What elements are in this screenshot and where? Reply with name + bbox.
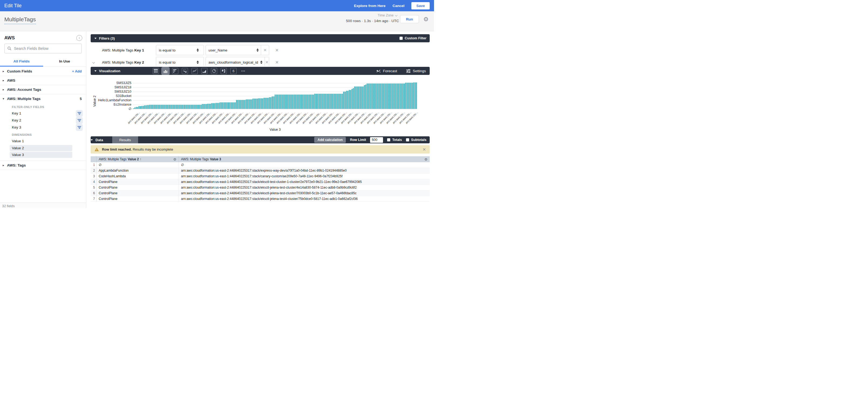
bar[interactable] [310,95,311,109]
search-input[interactable] [14,46,73,50]
bar[interactable] [350,90,351,109]
bar[interactable] [325,94,327,109]
bar[interactable] [298,95,299,109]
bar[interactable] [321,94,322,109]
bar[interactable] [226,102,227,109]
bar[interactable] [177,105,178,109]
bar[interactable] [378,83,379,109]
bar[interactable] [224,102,225,109]
bar[interactable] [189,105,190,109]
bar[interactable] [299,95,300,109]
bar[interactable] [233,102,235,109]
bar[interactable] [232,102,233,109]
bar[interactable] [266,98,267,109]
sidebar-section-row[interactable]: ▸AWS: Tags [0,161,86,170]
cell-value3[interactable]: arn:aws:cloudformation:us-east-1:4486402… [179,174,430,178]
bar[interactable] [302,95,303,109]
bar[interactable] [176,105,177,109]
cell-value2[interactable]: CodeHashLambda [97,174,179,179]
table-row[interactable]: 4ControlPlanearn:aws:cloudformation:us-e… [91,179,430,185]
cell-value2[interactable]: ControlPlane [97,196,179,202]
bar[interactable] [416,82,417,109]
bar[interactable] [236,100,237,109]
bar[interactable] [393,83,394,109]
bar[interactable] [220,102,221,109]
bar[interactable] [318,94,320,109]
bar[interactable] [265,98,266,109]
bar[interactable] [178,105,179,109]
totals-toggle[interactable]: Totals [387,138,402,142]
bar[interactable] [240,100,241,109]
bar[interactable] [262,98,263,109]
bar[interactable] [314,94,315,109]
bar[interactable] [390,83,391,109]
bar[interactable] [217,103,218,109]
bar[interactable] [162,105,163,109]
cell-value2[interactable]: ∅ [97,162,179,168]
bar[interactable] [275,95,276,109]
bar[interactable] [316,94,317,109]
custom-filter-checkbox[interactable] [400,37,403,40]
bar[interactable] [343,92,344,109]
bar[interactable] [322,94,324,109]
bar[interactable] [355,86,356,109]
bar[interactable] [406,83,408,109]
bar[interactable] [184,105,185,109]
bar[interactable] [410,83,412,109]
cell-value2[interactable]: ControlPlane [97,179,179,184]
bar[interactable] [172,105,173,109]
bar[interactable] [181,105,182,109]
bar[interactable] [250,99,251,109]
column-gear-icon[interactable]: ⚙ [173,158,177,161]
bar[interactable] [243,100,244,109]
bar[interactable] [281,95,282,109]
bar[interactable] [140,106,141,109]
bar[interactable] [136,107,137,109]
bar[interactable] [188,105,189,109]
field-item-key-3[interactable]: Key 3 [10,124,82,131]
bar[interactable] [361,86,362,109]
bar[interactable] [317,94,318,109]
bar[interactable] [357,86,358,109]
bar[interactable] [138,106,140,109]
bar[interactable] [331,94,332,109]
bar[interactable] [414,82,416,109]
table-row[interactable]: 3CodeHashLambdaarn:aws:cloudformation:us… [91,174,430,179]
field-search[interactable] [4,44,82,54]
bar[interactable] [269,97,270,109]
bar[interactable] [340,94,341,109]
expand-filter-chevron-icon[interactable] [92,60,96,65]
filter-by-field-icon[interactable] [76,117,83,124]
bar[interactable] [297,95,298,109]
bar[interactable] [254,99,255,109]
bar[interactable] [347,91,348,109]
bar[interactable] [159,105,160,109]
bar[interactable] [386,83,387,109]
explore-title[interactable]: MultipleTags [4,16,36,24]
clear-value-icon[interactable]: ✕ [261,45,269,55]
bar[interactable] [185,105,186,109]
bar[interactable] [151,105,152,109]
bar[interactable] [156,105,157,109]
filter-operator-select[interactable]: is equal to [156,45,204,55]
bar[interactable] [389,83,390,109]
column-gear-icon[interactable]: ⚙ [424,158,428,161]
bar[interactable] [409,83,410,109]
bar[interactable] [363,86,364,109]
field-item-key-2[interactable]: Key 2 [10,117,82,124]
bar[interactable] [279,95,280,109]
bar[interactable] [182,105,183,109]
bar[interactable] [402,83,403,109]
bar[interactable] [401,83,402,109]
explore-from-here-button[interactable]: Explore from Here [354,4,385,8]
cell-value2[interactable]: AppLambdaFunction [97,168,179,173]
bar[interactable] [166,105,167,109]
bar[interactable] [335,94,336,109]
bar[interactable] [153,105,155,109]
bar[interactable] [291,95,292,109]
bar[interactable] [387,83,388,109]
bar[interactable] [195,105,196,109]
field-item-value-3[interactable]: Value 3 [10,152,72,158]
bar[interactable] [229,102,230,109]
bar[interactable] [312,95,313,109]
